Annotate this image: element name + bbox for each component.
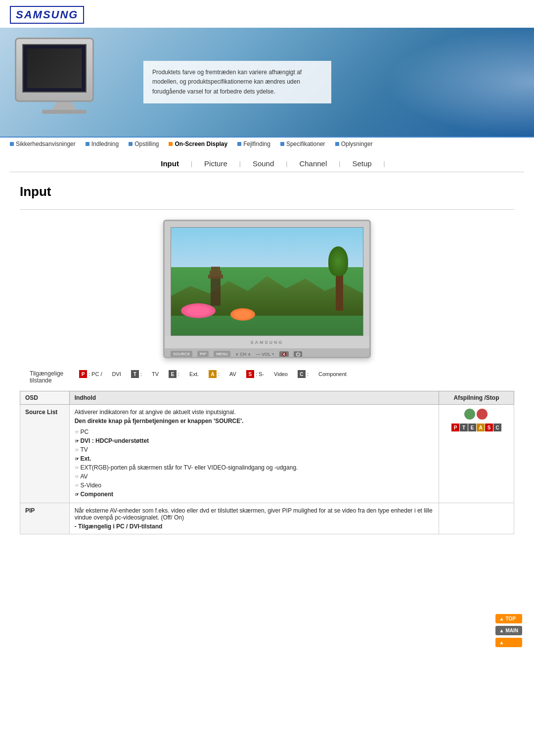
badge-p-sub: DVI (112, 371, 121, 377)
hero-description: Produktets farve og fremtræden kan varie… (152, 69, 302, 94)
tab-picture[interactable]: Picture (192, 159, 239, 168)
badge-a-label: : (218, 371, 220, 377)
nav-label: Sikkerhedsanvisninger (16, 141, 76, 147)
legend-badge-s: S : S- (246, 370, 264, 378)
nav-dot (10, 142, 14, 146)
pteasc-s: S (485, 424, 493, 431)
tab-channel[interactable]: Channel (287, 159, 339, 168)
badge-s-sub: Video (274, 371, 288, 377)
nav-dot (335, 142, 339, 146)
pip-button[interactable]: PIP (197, 351, 209, 357)
legend-badge-a: A : (209, 370, 220, 378)
legend-badge-p: P : PC / (79, 370, 102, 378)
hero-banner: Produktets farve og fremtræden kan varie… (0, 28, 534, 137)
badge-t-sub: TV (152, 371, 159, 377)
list-item: Component (75, 490, 434, 499)
tv-brand-label: SAMSUNG (250, 340, 283, 345)
nav-item-sikkerhed[interactable]: Sikkerhedsanvisninger (10, 141, 76, 147)
nav-item-opstilling[interactable]: Opstilling (129, 141, 159, 147)
list-item: TV (75, 445, 434, 454)
badge-e-label: : (178, 371, 179, 377)
tab-navigation: Input | Picture | Sound | Channel | Setu… (10, 150, 524, 172)
badge-p-icon: P (79, 370, 87, 378)
table-row: PIP Når eksterne AV-enheder som f.eks. v… (20, 503, 514, 534)
nav-label: Fejlfinding (243, 141, 270, 147)
legend-badge-c: C : (298, 370, 309, 378)
osd-cell-source: Source List (20, 405, 70, 503)
nav-item-fejl[interactable]: Fejlfinding (237, 141, 270, 147)
nav-item-oplys[interactable]: Oplysninger (335, 141, 373, 147)
osd-table: OSD Indhold Afspilning /Stop Source List… (20, 391, 514, 534)
badge-t-icon: T (131, 370, 139, 378)
nav-bar: Sikkerhedsanvisninger Indledning Opstill… (0, 137, 534, 150)
pteasc-e: E (468, 424, 476, 431)
badge-a-sub: AV (229, 371, 236, 377)
source-title: Aktiverer indikatoren for at angive de a… (75, 409, 434, 416)
nav-dot (129, 142, 133, 146)
badge-c-sub: Component (318, 371, 347, 377)
tab-input[interactable]: Input (149, 159, 191, 168)
ch-controls: ∨ CH ∧ (235, 352, 251, 357)
pteasc-p: P (451, 424, 459, 431)
action-cell-source: P T E A S C (439, 405, 514, 503)
vol-controls: — VOL + (256, 352, 274, 357)
badge-t-label: : (140, 371, 142, 377)
action-cell-pip (439, 503, 514, 534)
nav-dot-active (169, 142, 173, 146)
list-item: Ext. (75, 454, 434, 463)
nav-label: On-Screen Display (175, 141, 227, 147)
th-content: Indhold (69, 391, 439, 405)
action-icon-green (464, 409, 475, 420)
legend-badge-e: E : (169, 370, 179, 378)
badge-p-label: : PC / (89, 371, 102, 377)
header: SAMSUNG (0, 0, 534, 28)
tv-display: SAMSUNG SOURCE PIP MENU ∨ CH ∧ — VOL + 🔇… (163, 220, 371, 358)
mute-button[interactable]: 🔇 (279, 351, 289, 357)
badge-e-sub: Ext. (189, 371, 199, 377)
osd-cell-pip: PIP (20, 503, 70, 534)
badge-s-label: : S- (256, 371, 264, 377)
legend-section: Tilgængelige tilstande P : PC / DVI T : … (20, 370, 514, 384)
list-item: S-Video (75, 481, 434, 490)
legend-label: Tilgængelige tilstande (30, 370, 79, 384)
pteasc-t: T (460, 424, 468, 431)
tab-sound[interactable]: Sound (241, 159, 286, 168)
badge-c-icon: C (298, 370, 306, 378)
pip-content-1: Når eksterne AV-enheder som f.eks. video… (75, 507, 434, 521)
menu-button[interactable]: MENU (214, 351, 230, 357)
tab-sep-5: | (384, 160, 385, 167)
hero-wave (386, 28, 534, 137)
samsung-logo: SAMSUNG (10, 6, 84, 24)
power-button[interactable]: ⏻ (294, 351, 302, 357)
pteasc-a: A (477, 424, 485, 431)
nav-item-osd[interactable]: On-Screen Display (169, 141, 227, 147)
title-divider (20, 209, 514, 210)
source-button[interactable]: SOURCE (171, 351, 192, 357)
nav-item-spec[interactable]: Specifikationer (280, 141, 325, 147)
tv-image-container: SAMSUNG SOURCE PIP MENU ∨ CH ∧ — VOL + 🔇… (20, 220, 514, 358)
hero-text-box: Produktets farve og fremtræden kan varie… (143, 61, 331, 103)
source-list: PC DVI : HDCP-understøttet TV Ext. EXT(R… (75, 427, 434, 499)
badge-c-label: : (307, 371, 309, 377)
source-subtitle: Den direkte knap på fjernbetjeningen er … (75, 418, 434, 425)
nav-label: Oplysninger (341, 141, 373, 147)
legend-items: P : PC / DVI T : TV E : Ext. A : AV S : … (79, 370, 347, 378)
nav-label: Opstilling (134, 141, 159, 147)
content-cell-source: Aktiverer indikatoren for at angive de a… (69, 405, 439, 503)
th-action: Afspilning /Stop (439, 391, 514, 405)
nav-dot (280, 142, 284, 146)
badge-s-icon: S (246, 370, 254, 378)
nav-item-indledning[interactable]: Indledning (86, 141, 119, 147)
pteasc-c: C (493, 424, 501, 431)
tab-setup[interactable]: Setup (340, 159, 383, 168)
action-icon-red (477, 409, 488, 420)
hero-monitor (15, 38, 114, 127)
list-item: DVI : HDCP-understøttet (75, 436, 434, 445)
main-content: Input (0, 172, 534, 546)
badge-a-icon: A (209, 370, 217, 378)
content-cell-pip: Når eksterne AV-enheder som f.eks. video… (69, 503, 439, 534)
nav-label: Indledning (91, 141, 119, 147)
list-item: PC (75, 427, 434, 436)
pip-content-2: - Tilgængelig i PC / DVI-tilstand (75, 523, 434, 530)
action-icons (444, 409, 509, 420)
